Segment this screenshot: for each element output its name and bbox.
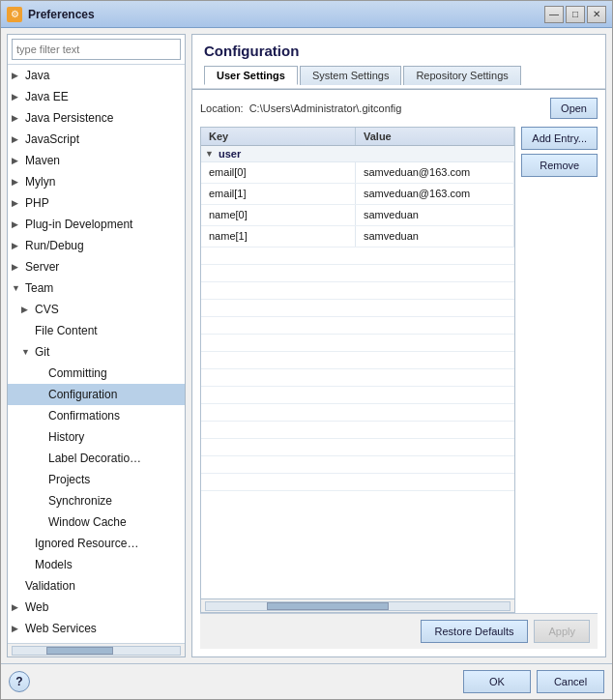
tree-item-web[interactable]: Web	[8, 597, 185, 618]
table-row-empty	[201, 404, 514, 422]
window-body: Java Java EE Java Persistence JavaScript	[1, 28, 612, 699]
tab-repo-settings[interactable]: Repository Settings	[403, 66, 520, 85]
tree-item-plugindev[interactable]: Plug-in Development	[8, 214, 185, 235]
tree-item-maven[interactable]: Maven	[8, 150, 185, 171]
dialog-bottom-bar: ? OK Cancel	[1, 663, 612, 699]
tree-item-confirmations[interactable]: Confirmations	[8, 405, 185, 426]
tree-item-models[interactable]: Models	[8, 554, 185, 575]
tree-item-git[interactable]: Git	[8, 341, 185, 363]
tab-system-settings[interactable]: System Settings	[300, 66, 401, 85]
table-row-empty	[201, 387, 514, 404]
tree-item-php[interactable]: PHP	[8, 192, 185, 214]
config-title: Configuration	[204, 43, 594, 59]
tree-item-javapersistence[interactable]: Java Persistence	[8, 107, 185, 129]
ok-button[interactable]: OK	[463, 670, 531, 693]
cell-value: samveduan	[356, 226, 514, 247]
col-header-value: Value	[356, 128, 514, 145]
tree-item-webservices[interactable]: Web Services	[8, 618, 185, 639]
tree-item-label: PHP	[25, 194, 49, 212]
table-row-empty	[201, 439, 514, 456]
tree-item-label: Synchronize	[48, 492, 112, 510]
tree-item-windowcache[interactable]: Window Cache	[8, 511, 185, 533]
table-row-empty	[201, 335, 514, 352]
close-button[interactable]: ✕	[587, 6, 606, 23]
apply-button[interactable]: Apply	[534, 620, 590, 643]
tree-item-label: Web Services	[25, 620, 97, 637]
config-table: Key Value user email[0] samve	[200, 127, 515, 613]
tree-item-rundebug[interactable]: Run/Debug	[8, 235, 185, 256]
title-bar-buttons: — □ ✕	[544, 6, 606, 23]
tree-item-label: Maven	[25, 152, 60, 169]
cell-key: name[1]	[201, 226, 356, 247]
table-row[interactable]: name[0] samveduan	[201, 205, 514, 226]
tree-arrow	[12, 88, 25, 105]
config-header: Configuration User Settings System Setti…	[192, 35, 605, 89]
table-row-empty	[201, 474, 514, 491]
maximize-button[interactable]: □	[566, 6, 585, 23]
location-value: C:\Users\Administrator\.gitconfig	[249, 102, 544, 114]
dialog-bottom-left: ?	[9, 671, 457, 692]
tree-arrow	[12, 194, 25, 212]
tree-item-configuration[interactable]: Configuration	[8, 384, 185, 405]
location-label: Location:	[200, 102, 244, 114]
tree-item-java[interactable]: Java	[8, 65, 185, 86]
tree-item-javascript[interactable]: JavaScript	[8, 129, 185, 150]
minimize-button[interactable]: —	[544, 6, 564, 23]
location-row: Location: C:\Users\Administrator\.gitcon…	[200, 98, 598, 119]
left-hscrollbar[interactable]	[8, 643, 185, 656]
table-row[interactable]: email[0] samveduan@163.com	[201, 162, 514, 184]
group-expand-icon	[205, 149, 219, 159]
scroll-track	[12, 646, 181, 656]
tree-item-label: Committing	[48, 365, 107, 382]
table-row-empty	[201, 300, 514, 317]
config-body: Location: C:\Users\Administrator\.gitcon…	[192, 89, 605, 656]
tree-arrow	[12, 152, 25, 169]
restore-defaults-button[interactable]: Restore Defaults	[421, 620, 529, 643]
tree-item-label: Java Persistence	[25, 109, 113, 127]
help-button[interactable]: ?	[9, 671, 30, 692]
action-buttons: Add Entry... Remove	[521, 127, 598, 613]
cancel-button[interactable]: Cancel	[537, 670, 604, 693]
table-row-empty	[201, 369, 514, 387]
tree-item-server[interactable]: Server	[8, 256, 185, 277]
tree-item-label: Label Decoratio…	[48, 450, 141, 467]
tree-item-team[interactable]: Team	[8, 277, 185, 299]
tree-item-label: Validation	[25, 577, 75, 595]
right-panel: Configuration User Settings System Setti…	[191, 34, 606, 657]
tree-item-label: Git	[35, 343, 49, 361]
tree-item-label: Plug-in Development	[25, 216, 132, 233]
table-scroll-thumb[interactable]	[267, 602, 389, 610]
add-entry-button[interactable]: Add Entry...	[521, 127, 598, 150]
main-content: Java Java EE Java Persistence JavaScript	[1, 28, 612, 663]
tree-item-synchronize[interactable]: Synchronize	[8, 490, 185, 511]
tree-item-javaee[interactable]: Java EE	[8, 86, 185, 107]
tree-item-label: Java EE	[25, 88, 69, 105]
tree-item-history[interactable]: History	[8, 426, 185, 448]
tree-item-label: History	[48, 428, 84, 446]
table-row-empty	[201, 248, 514, 265]
table-row[interactable]: email[1] samveduan@163.com	[201, 184, 514, 205]
cell-key: name[0]	[201, 205, 356, 225]
open-button[interactable]: Open	[550, 98, 598, 119]
filter-input[interactable]	[12, 39, 181, 60]
tree-item-projects[interactable]: Projects	[8, 469, 185, 490]
tree-item-labeldecoration[interactable]: Label Decoratio…	[8, 448, 185, 469]
cell-value: samveduan@163.com	[356, 162, 514, 183]
remove-button[interactable]: Remove	[521, 154, 598, 177]
tree-item-validation[interactable]: Validation	[8, 575, 185, 597]
table-row[interactable]: name[1] samveduan	[201, 226, 514, 248]
table-row-empty	[201, 265, 514, 282]
tree-arrow	[12, 258, 25, 276]
tree-item-filecontent[interactable]: File Content	[8, 320, 185, 341]
tree-area: Java Java EE Java Persistence JavaScript	[8, 65, 185, 643]
tree-item-ignoredresources[interactable]: Ignored Resource…	[8, 533, 185, 554]
scroll-thumb[interactable]	[46, 647, 113, 655]
tree-item-committing[interactable]: Committing	[8, 363, 185, 384]
tree-item-mylyn[interactable]: Mylyn	[8, 171, 185, 192]
tree-item-cvs[interactable]: CVS	[8, 299, 185, 320]
tree-arrow	[12, 131, 25, 148]
window-icon: ⚙	[7, 7, 22, 22]
tab-user-settings[interactable]: User Settings	[204, 66, 298, 85]
table-hscrollbar[interactable]	[201, 598, 514, 612]
tree-item-label: Server	[25, 258, 59, 276]
